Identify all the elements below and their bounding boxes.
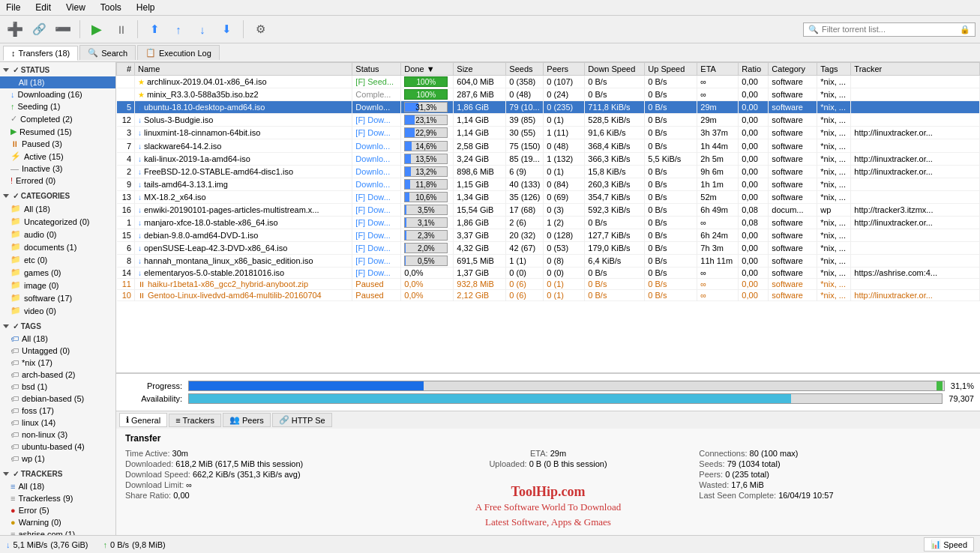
- sidebar-item-completed[interactable]: ✓ Completed (2): [0, 112, 115, 125]
- sidebar-tag-wp[interactable]: 🏷 wp (1): [0, 453, 115, 465]
- remove-btn[interactable]: ➖: [52, 19, 73, 40]
- table-row[interactable]: 11⏸haiku-r1beta1-x86_gcc2_hybrid-anyboot…: [117, 279, 980, 290]
- menu-edit[interactable]: Edit: [32, 1, 54, 13]
- sidebar-item-all-status[interactable]: ● All (18): [0, 76, 115, 88]
- sidebar-tag-nonlinux[interactable]: 🏷 non-linux (3): [0, 429, 115, 441]
- col-header-done[interactable]: Done ▼: [401, 63, 454, 76]
- sidebar-tag-untagged[interactable]: 🏷 Untagged (0): [0, 345, 115, 357]
- table-row[interactable]: 6↓openSUSE-Leap-42.3-DVD-x86_64.iso[F] D…: [117, 242, 980, 255]
- trackers-header[interactable]: ✓ TRACKERS: [0, 468, 115, 480]
- sidebar-item-active[interactable]: ⚡ Active (15): [0, 150, 115, 163]
- sidebar-tag-all[interactable]: 🏷 All (18): [0, 333, 115, 345]
- table-row[interactable]: 8↓hannah_montana_linux_x86_basic_edition…: [117, 255, 980, 268]
- col-header-status[interactable]: Status: [352, 63, 401, 76]
- down-priority-btn[interactable]: ⬇: [216, 19, 237, 40]
- cell-num: [117, 76, 135, 88]
- sidebar-tag-foss[interactable]: 🏷 foss (17): [0, 405, 115, 417]
- menu-tools[interactable]: Tools: [97, 1, 124, 13]
- resume-btn[interactable]: ▶: [86, 19, 107, 40]
- sidebar-cat-audio[interactable]: 📁 audio (0): [0, 228, 115, 241]
- status-header[interactable]: ✓ STATUS: [0, 64, 115, 76]
- cell-tracker: [851, 88, 980, 101]
- col-header-up[interactable]: Up Speed: [645, 63, 697, 76]
- up-btn[interactable]: ↑: [168, 19, 189, 40]
- table-row[interactable]: 16↓enwiki-20190101-pages-articles-multis…: [117, 203, 980, 216]
- filter-input[interactable]: [822, 25, 957, 34]
- tags-header[interactable]: ✓ TAGS: [0, 320, 115, 333]
- col-header-ratio[interactable]: Ratio: [739, 63, 769, 76]
- sidebar-cat-documents[interactable]: 📁 documents (1): [0, 241, 115, 253]
- tab-transfers[interactable]: ↕ Transfers (18): [3, 46, 78, 61]
- sidebar-tracker-warning[interactable]: ● Warning (0): [0, 516, 115, 528]
- bottom-tab-peers[interactable]: 👥 Peers: [223, 413, 271, 427]
- table-row[interactable]: 13↓MX-18.2_x64.iso[F] Dow...10,6%1,34 Gi…: [117, 190, 980, 203]
- inactive-icon: —: [10, 164, 19, 173]
- add-torrent-btn[interactable]: ➕: [4, 19, 25, 40]
- sidebar-item-paused[interactable]: ⏸ Paused (3): [0, 138, 115, 150]
- sidebar-tag-arch-label: arch-based (2): [22, 370, 76, 379]
- sidebar-tag-bsd[interactable]: 🏷 bsd (1): [0, 381, 115, 393]
- col-header-peers[interactable]: Peers: [544, 63, 585, 76]
- sidebar-item-resumed[interactable]: ▶ Resumed (15): [0, 125, 115, 138]
- bottom-tab-trackers[interactable]: ≡ Trackers: [169, 414, 221, 427]
- menu-view[interactable]: View: [63, 1, 88, 13]
- col-header-num[interactable]: #: [117, 63, 135, 76]
- table-row[interactable]: 4↓kali-linux-2019-1a-amd64-isoDownlo...1…: [117, 152, 980, 165]
- menu-file[interactable]: File: [3, 1, 23, 13]
- pause-btn[interactable]: ⏸: [110, 19, 131, 40]
- sidebar-item-inactive[interactable]: — Inactive (3): [0, 163, 115, 175]
- sidebar-tracker-error[interactable]: ● Error (5): [0, 504, 115, 516]
- sidebar-cat-all[interactable]: 📁 All (18): [0, 202, 115, 215]
- settings-btn[interactable]: ⚙: [250, 19, 271, 40]
- sidebar-cat-uncategorized[interactable]: 📁 Uncategorized (0): [0, 215, 115, 228]
- bottom-tab-general[interactable]: ℹ General: [119, 413, 167, 427]
- sidebar-item-downloading[interactable]: ↓ Downloading (16): [0, 88, 115, 100]
- menu-help[interactable]: Help: [133, 1, 158, 13]
- categories-header[interactable]: ✓ CATEGORIES: [0, 190, 115, 202]
- sidebar-tag-ubuntu[interactable]: 🏷 ubuntu-based (4): [0, 441, 115, 453]
- sidebar-item-seeding[interactable]: ↑ Seeding (1): [0, 100, 115, 112]
- table-row[interactable]: 5↓ubuntu-18.10-desktop-amd64.isoDownlo..…: [117, 101, 980, 114]
- bottom-tab-http[interactable]: 🔗 HTTP Se: [272, 413, 332, 427]
- table-row[interactable]: 1↓manjaro-xfce-18.0-stable-x86_64.iso[F]…: [117, 217, 980, 229]
- table-row[interactable]: 10⏸Gentoo-Linux-livedvd-amd64-multilib-2…: [117, 290, 980, 301]
- sidebar-cat-audio-label: audio (0): [24, 230, 56, 239]
- col-header-seeds[interactable]: Seeds: [506, 63, 544, 76]
- add-magnet-btn[interactable]: 🔗: [28, 19, 49, 40]
- col-header-tags[interactable]: Tags: [817, 63, 851, 76]
- speed-button[interactable]: 📊 Speed: [924, 537, 974, 552]
- table-row[interactable]: ★archlinux-2019.04.01-x86_64.iso[F] Seed…: [117, 76, 980, 88]
- sidebar-cat-software[interactable]: 📁 software (17): [0, 291, 115, 304]
- torrent-table-wrap[interactable]: # Name Status Done ▼ Size Seeds Peers Do…: [116, 62, 980, 372]
- tab-search[interactable]: 🔍 Search: [79, 45, 136, 60]
- col-header-size[interactable]: Size: [454, 63, 506, 76]
- table-row[interactable]: 7↓slackware64-14.2.isoDownlo...14,6%2,58…: [117, 139, 980, 152]
- table-row[interactable]: 2↓FreeBSD-12.0-STABLE-amd64-disc1.isoDow…: [117, 165, 980, 178]
- sidebar-tracker-all[interactable]: ≡ All (18): [0, 480, 115, 492]
- tab-execution-log[interactable]: 📋 Execution Log: [137, 45, 220, 60]
- up-priority-btn[interactable]: ⬆: [144, 19, 165, 40]
- col-header-cat[interactable]: Category: [769, 63, 817, 76]
- col-header-name[interactable]: Name: [135, 63, 352, 76]
- sidebar-cat-etc[interactable]: 📁 etc (0): [0, 253, 115, 266]
- col-header-down[interactable]: Down Speed: [585, 63, 645, 76]
- sidebar-item-errored[interactable]: ! Errored (0): [0, 175, 115, 187]
- table-row[interactable]: 12↓Solus-3-Budgie.iso[F] Dow...23,1%1,14…: [117, 114, 980, 127]
- table-row[interactable]: 3↓linuxmint-18-cinnamon-64bit.iso[F] Dow…: [117, 127, 980, 139]
- sidebar-tracker-trackerless[interactable]: ≡ Trackerless (9): [0, 492, 115, 504]
- sidebar-tag-debian[interactable]: 🏷 debian-based (5): [0, 393, 115, 405]
- down-btn[interactable]: ↓: [192, 19, 213, 40]
- table-row[interactable]: 9↓tails-amd64-3.13.1.imgDownlo...11,8%1,…: [117, 178, 980, 190]
- cell-tracker: http://linuxtracker.or...: [851, 152, 980, 165]
- sidebar-tag-linux[interactable]: 🏷 linux (14): [0, 417, 115, 429]
- table-row[interactable]: ★minix_R3.3.0-588a35b.iso.bz2Comple...10…: [117, 88, 980, 101]
- sidebar-tag-nix[interactable]: 🏷 *nix (17): [0, 357, 115, 369]
- sidebar-cat-video[interactable]: 📁 video (0): [0, 304, 115, 317]
- col-header-tracker[interactable]: Tracker: [851, 63, 980, 76]
- col-header-eta[interactable]: ETA: [697, 63, 739, 76]
- sidebar-cat-games[interactable]: 📁 games (0): [0, 266, 115, 279]
- table-row[interactable]: 14↓elementaryos-5.0-stable.20181016.iso[…: [117, 268, 980, 279]
- sidebar-tag-arch[interactable]: 🏷 arch-based (2): [0, 369, 115, 381]
- sidebar-cat-image[interactable]: 📁 image (0): [0, 279, 115, 291]
- table-row[interactable]: 15↓debian-9.8.0-amd64-DVD-1.iso[F] Dow..…: [117, 229, 980, 242]
